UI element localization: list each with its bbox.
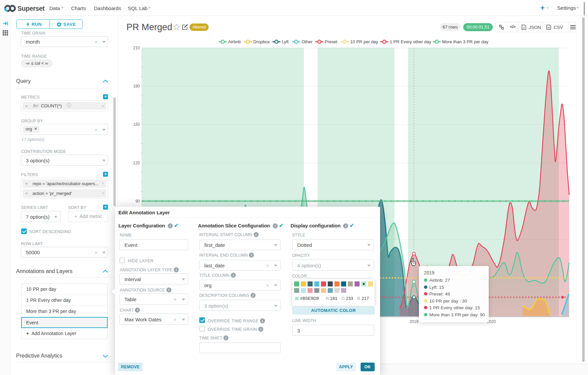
- svg-text:<>: <>: [523, 27, 525, 29]
- svg-text:180: 180: [133, 84, 140, 89]
- svg-text:90: 90: [136, 199, 140, 204]
- svg-text:2019: 2019: [410, 319, 419, 324]
- svg-text:120: 120: [133, 161, 140, 165]
- svg-text:210: 210: [133, 46, 140, 50]
- svg-text:150: 150: [133, 122, 140, 127]
